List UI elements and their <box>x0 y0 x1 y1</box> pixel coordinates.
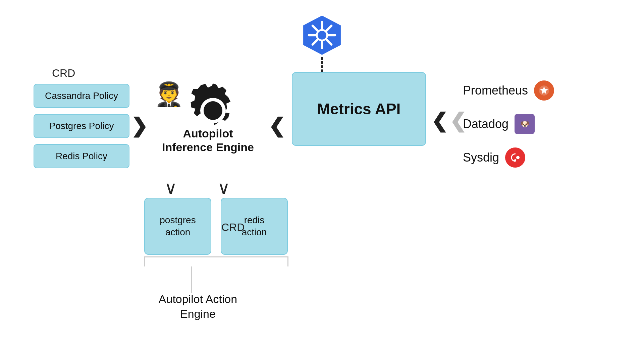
sysdig-integration: Sysdig <box>463 147 554 168</box>
diagram-container: CRD Cassandra Policy Postgres Policy Red… <box>0 0 644 362</box>
postgres-policy-box: Postgres Policy <box>34 114 129 138</box>
svg-point-12 <box>204 101 222 120</box>
metrics-api-label: Metrics API <box>317 100 401 118</box>
integrations-container: Prometheus Datadog 🐶 Sysdig <box>463 80 554 168</box>
inference-engine-container: 🧑‍✈️ AutopilotInference Engine <box>151 77 265 151</box>
down-arrow-redis: ∨ <box>217 178 230 198</box>
datadog-icon: 🐶 <box>515 114 535 134</box>
metrics-api-box: Metrics API <box>292 72 426 146</box>
svg-point-19 <box>514 159 516 161</box>
inference-engine-label: AutopilotInference Engine <box>151 127 265 154</box>
down-arrows-container: ∨ ∨ <box>164 178 230 198</box>
kubernetes-icon <box>300 13 344 57</box>
bracket-line-bottom <box>191 266 192 293</box>
crd-label-right: CRD <box>221 221 245 234</box>
prometheus-integration: Prometheus <box>463 80 554 101</box>
cassandra-policy-box: Cassandra Policy <box>34 84 129 108</box>
postgres-action-box: postgres action <box>144 198 211 255</box>
integrations-to-metrics-arrow: ❮ <box>431 109 448 132</box>
svg-text:🐶: 🐶 <box>520 120 530 129</box>
datadog-integration: Datadog 🐶 <box>463 114 554 134</box>
prometheus-icon <box>534 80 554 101</box>
svg-point-18 <box>516 156 520 159</box>
datadog-label: Datadog <box>463 117 508 131</box>
crd-boxes-container: Cassandra Policy Postgres Policy Redis P… <box>34 84 129 168</box>
crd-to-inference-arrow: ❯ <box>131 114 148 137</box>
redis-policy-box: Redis Policy <box>34 144 129 168</box>
pilot-character-icon: 🧑‍✈️ <box>154 80 183 108</box>
sysdig-label: Sysdig <box>463 150 499 165</box>
bracket-line-left <box>144 256 145 266</box>
metrics-to-inference-arrow: ❮ <box>268 114 285 137</box>
bracket-line-h <box>144 256 288 257</box>
bracket-line-right <box>287 256 288 266</box>
action-boxes-container: postgres action redis action <box>144 198 288 255</box>
sysdig-icon <box>505 147 525 168</box>
svg-point-2 <box>318 31 326 40</box>
crd-label-left: CRD <box>52 67 75 79</box>
prometheus-label: Prometheus <box>463 83 528 98</box>
down-arrow-postgres: ∨ <box>164 178 177 198</box>
action-engine-label: Autopilot Action Engine <box>141 292 255 321</box>
